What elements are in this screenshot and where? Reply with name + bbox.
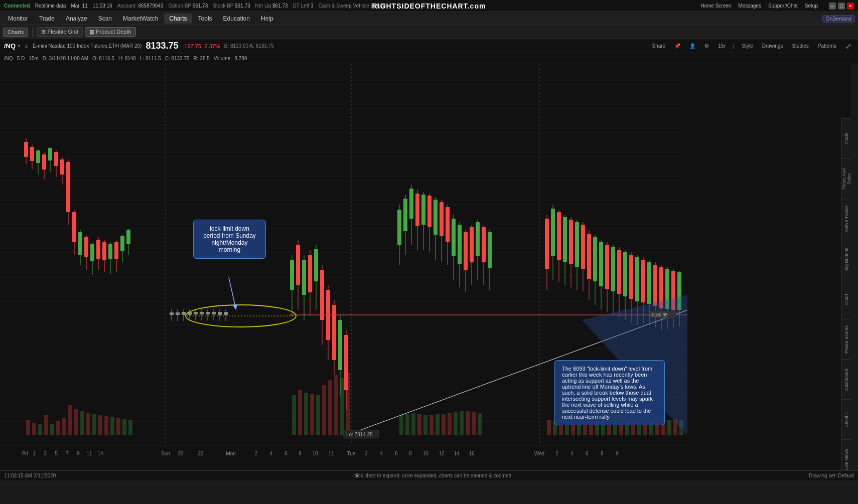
patterns-btn[interactable]: Patterns [815, 42, 839, 50]
volume-bars [26, 373, 683, 435]
svg-rect-156 [629, 255, 633, 299]
chart-volume: 8,789 [234, 56, 247, 61]
sidebar-phase-scores[interactable]: Phase Scores [842, 319, 850, 359]
svg-rect-110 [440, 202, 444, 236]
svg-rect-102 [415, 194, 419, 226]
settings-icon[interactable]: ⚙ [702, 42, 711, 50]
sidebar-active-trader[interactable]: Active Trader [842, 199, 850, 239]
svg-rect-191 [292, 395, 296, 435]
menu-scan[interactable]: Scan [93, 14, 117, 24]
svg-text:8: 8 [409, 451, 412, 456]
person-icon[interactable]: 👤 [687, 42, 698, 50]
chart-range: R: 28.5 [194, 56, 210, 61]
menu-tools[interactable]: Tools [193, 14, 217, 24]
sidebar-live-news[interactable]: Live News [842, 439, 850, 470]
svg-rect-42 [90, 244, 94, 261]
svg-rect-64 [194, 312, 198, 314]
svg-rect-233 [655, 419, 659, 435]
sidebar-trade[interactable]: Trade [842, 118, 850, 158]
sidebar-times-sales[interactable]: Times And Sales [842, 158, 850, 199]
chart-area[interactable]: Fri 1 3 5 7 9 11 14 Sun 20 22 Mon 2 4 6 … [0, 64, 850, 470]
grid-icon: ⊞ [41, 29, 46, 35]
symbol-name[interactable]: /NQ [4, 42, 16, 50]
sidebar-chart[interactable]: Chart [842, 279, 850, 319]
svg-rect-180 [68, 405, 72, 435]
top-right-controls: Home Screen Messages Support/Chat Setup … [700, 3, 854, 10]
svg-rect-68 [206, 312, 210, 314]
svg-rect-142 [587, 234, 591, 279]
sidebar-level-ii[interactable]: Level II [842, 399, 850, 439]
candle-group-friday [24, 138, 130, 275]
svg-rect-118 [464, 232, 468, 270]
svg-rect-196 [322, 385, 326, 435]
svg-rect-226 [613, 420, 617, 435]
svg-rect-221 [583, 420, 587, 435]
chart-high: H: 8140 [118, 56, 136, 61]
svg-rect-223 [595, 420, 599, 435]
menu-help[interactable]: Help [256, 14, 278, 24]
svg-rect-215 [547, 420, 551, 435]
menu-monitor[interactable]: Monitor [3, 14, 33, 24]
menu-analyze[interactable]: Analyze [61, 14, 92, 24]
svg-rect-20 [24, 142, 28, 157]
expand-chart-icon[interactable]: ⤢ [843, 41, 854, 51]
svg-text:Sun: Sun [161, 451, 170, 456]
svg-rect-185 [98, 415, 102, 435]
svg-rect-26 [42, 154, 46, 170]
sidebar-big-buttons[interactable]: Big Buttons [842, 239, 850, 279]
drawings-btn[interactable]: Drawings [760, 42, 786, 50]
svg-rect-120 [470, 227, 474, 262]
chart-svg: Fri 1 3 5 7 9 11 14 Sun 20 22 Mon 2 4 6 … [0, 64, 687, 470]
menu-marketwatch[interactable]: MarketWatch [118, 14, 163, 24]
candle-group-tuesday [397, 185, 492, 292]
messages-btn[interactable]: Messages [738, 3, 761, 9]
separator: | [733, 43, 735, 49]
svg-text:12: 12 [439, 451, 445, 456]
svg-rect-58 [176, 312, 180, 315]
svg-rect-200 [346, 373, 350, 435]
svg-rect-148 [605, 245, 609, 289]
svg-rect-34 [66, 162, 70, 212]
style-btn[interactable]: Style [739, 42, 755, 50]
sidebar-dashboard[interactable]: Dashboard [842, 359, 850, 399]
svg-rect-209 [448, 413, 452, 435]
chart-header: /NQ ▾ ⊞ E-mini Nasdaq 100 Index Futures,… [0, 39, 858, 53]
svg-rect-212 [466, 411, 470, 435]
svg-text:6: 6 [284, 451, 288, 456]
studies-btn[interactable]: Studies [789, 42, 811, 50]
svg-rect-46 [102, 242, 106, 260]
minimize-btn[interactable]: ─ [829, 3, 836, 10]
share-btn[interactable]: Share [649, 42, 668, 50]
svg-rect-76 [290, 260, 294, 290]
close-btn[interactable]: ✕ [847, 3, 854, 10]
svg-text:7: 7 [66, 451, 69, 456]
svg-rect-138 [575, 222, 579, 267]
svg-rect-22 [30, 147, 34, 161]
right-sidebar: Trade Times And Sales Active Trader Big … [841, 118, 850, 470]
dropdown-icon[interactable]: ▾ [18, 43, 21, 49]
data-type: Realtime data [35, 3, 66, 9]
maximize-btn[interactable]: □ [838, 3, 845, 10]
connected-status: Connected [4, 3, 30, 9]
product-depth-btn[interactable]: ▦ Product Depth [85, 27, 135, 37]
support-chat-btn[interactable]: Support/Chat [768, 3, 798, 9]
svg-rect-190 [128, 420, 132, 435]
depth-icon: ▦ [89, 29, 94, 35]
svg-rect-92 [338, 320, 342, 370]
timeframe-btn[interactable]: 15r [716, 42, 728, 50]
svg-rect-30 [54, 152, 58, 166]
charts-toolbar-btn[interactable]: Charts [3, 28, 28, 37]
menu-charts[interactable]: Charts [164, 14, 192, 24]
bottom-hint: click chart to expand. once expanded, ch… [353, 473, 511, 478]
home-screen-btn[interactable]: Home Screen [700, 3, 731, 9]
svg-rect-227 [619, 419, 623, 435]
menu-education[interactable]: Education [218, 14, 255, 24]
pin-icon[interactable]: 📌 [672, 42, 683, 50]
menu-trade[interactable]: Trade [34, 14, 60, 24]
chart-interval: 15m [29, 56, 38, 61]
ondemand-badge[interactable]: OnDemand [822, 15, 855, 23]
setup-btn[interactable]: Setup [805, 3, 818, 9]
flexible-grid-btn[interactable]: ⊞ Flexible Grid [37, 27, 83, 37]
chart-symbol: /NQ [4, 56, 13, 61]
svg-rect-206 [430, 415, 434, 435]
